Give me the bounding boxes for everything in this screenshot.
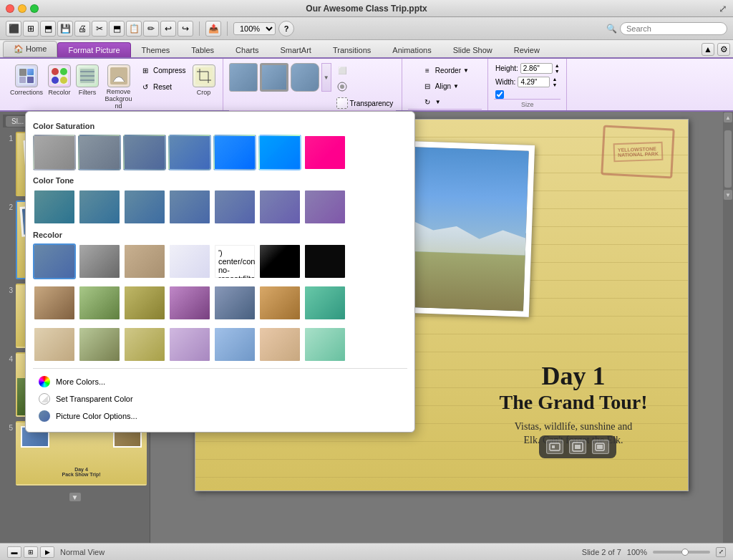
tab-animations[interactable]: Animations — [382, 42, 442, 57]
width-input[interactable] — [518, 77, 550, 87]
recolor-swatch-purple[interactable] — [168, 285, 211, 321]
remove-background-button[interactable]: Remove Background — [102, 63, 135, 112]
toolbar-icon-undo[interactable]: ↩ — [160, 21, 176, 37]
recolor-swatch-tan[interactable] — [33, 327, 76, 362]
tab-charts[interactable]: Charts — [225, 42, 269, 57]
toolbar-icon-scissors[interactable]: ✂ — [92, 21, 107, 37]
set-transparent-item[interactable]: Set Transparent Color — [33, 390, 407, 407]
tone-swatch-5[interactable] — [213, 189, 256, 225]
search-input[interactable] — [620, 22, 727, 35]
corrections-button[interactable]: Corrections — [9, 63, 44, 97]
toolbar-icon-send[interactable]: 📤 — [205, 21, 221, 37]
height-stepper[interactable]: ▲ ▼ — [555, 63, 560, 74]
crop-button[interactable]: Crop — [191, 63, 217, 97]
ribbon-options-btn[interactable]: ⚙ — [717, 43, 730, 56]
tab-themes[interactable]: Themes — [131, 42, 181, 57]
recolor-swatch-sepia[interactable] — [123, 243, 166, 279]
toolbar-icon-pen[interactable]: ✏ — [143, 21, 159, 37]
tone-swatch-3[interactable] — [123, 189, 166, 225]
recolor-swatch-dark2[interactable] — [304, 243, 346, 279]
tone-swatch-6[interactable] — [258, 189, 301, 225]
scroll-down-button[interactable]: ▼ — [3, 493, 147, 501]
recolor-swatch-outline[interactable]: ') center/contain no-repeat;filter:grays… — [213, 243, 256, 279]
sat-swatch-4[interactable] — [168, 135, 211, 170]
reset-button[interactable]: ↺ Reset — [137, 79, 189, 94]
picture-border-button[interactable]: ⬜ — [334, 63, 397, 77]
tone-swatch-4[interactable] — [168, 189, 211, 225]
picture-color-options-item[interactable]: Picture Color Options... — [33, 407, 407, 425]
maximize-button[interactable] — [30, 4, 39, 13]
width-stepper[interactable]: ▲ ▼ — [552, 77, 557, 87]
float-tool-3[interactable] — [592, 440, 609, 454]
recolor-swatch-teal[interactable] — [304, 285, 346, 321]
recolor-swatch-bw[interactable] — [78, 243, 121, 279]
lock-aspect-checkbox[interactable] — [495, 90, 504, 99]
recolor-swatch-khaki[interactable] — [123, 327, 166, 362]
sat-swatch-5[interactable] — [213, 135, 256, 170]
align-button[interactable]: ⊟ Align ▼ — [419, 79, 472, 93]
toolbar-icon-redo[interactable]: ↪ — [178, 21, 193, 37]
tone-swatch-2[interactable] — [78, 189, 121, 225]
width-down[interactable]: ▼ — [552, 82, 557, 87]
recolor-button[interactable]: Recolor — [47, 63, 72, 97]
window-zoom-button[interactable]: ⤢ — [719, 3, 727, 14]
toolbar-icon-copy[interactable]: ⬒ — [109, 21, 125, 37]
zoom-thumb[interactable] — [681, 549, 689, 556]
sat-swatch-3[interactable] — [123, 135, 166, 170]
compress-button[interactable]: ⊞ Compress — [137, 63, 189, 77]
more-colors-item[interactable]: More Colors... — [33, 373, 407, 390]
pic-style-3[interactable] — [291, 63, 319, 92]
recolor-swatch-brown[interactable] — [33, 285, 76, 321]
vertical-scrollbar[interactable]: ▲ ▼ — [723, 112, 733, 543]
recolor-swatch-mint[interactable] — [304, 327, 346, 362]
toolbar-icon-1[interactable]: ⬛ — [6, 21, 21, 37]
tone-swatch-1[interactable] — [33, 189, 76, 225]
tab-slideshow[interactable]: Slide Show — [442, 42, 503, 57]
grid-view-btn[interactable]: ⊞ — [24, 546, 38, 558]
recolor-swatch-1[interactable] — [33, 243, 76, 279]
recolor-swatch-steel[interactable] — [213, 285, 256, 321]
fullscreen-button[interactable]: ⤢ — [716, 547, 726, 557]
scroll-down-arrow[interactable]: ▼ — [724, 190, 732, 200]
tab-format-picture[interactable]: Format Picture — [57, 42, 130, 57]
float-tool-1[interactable] — [546, 440, 563, 454]
reorder-button[interactable]: ≡ Reorder ▼ — [419, 63, 472, 77]
toolbar-icon-paste[interactable]: 📋 — [126, 21, 142, 37]
recolor-swatch-sky[interactable] — [213, 327, 256, 362]
close-button[interactable] — [6, 4, 14, 13]
presenter-view-btn[interactable]: ▶ — [40, 546, 54, 558]
tab-transitions[interactable]: Transitions — [322, 42, 382, 57]
sat-swatch-2[interactable] — [78, 135, 121, 170]
zoom-select[interactable]: 100% — [233, 22, 276, 35]
scroll-up-arrow[interactable]: ▲ — [724, 112, 732, 122]
tab-smartart[interactable]: SmartArt — [270, 42, 322, 57]
minimize-button[interactable] — [18, 4, 26, 13]
filters-button[interactable]: Filters — [74, 63, 100, 97]
recolor-swatch-green[interactable] — [78, 285, 121, 321]
normal-view-btn[interactable]: ▬ — [7, 546, 21, 558]
picture-styles-arrow[interactable]: ▼ — [321, 63, 331, 92]
height-input[interactable] — [520, 63, 553, 74]
toolbar-icon-4[interactable]: 💾 — [57, 21, 73, 37]
picture-effects-button[interactable] — [334, 79, 397, 94]
help-button[interactable]: ? — [278, 21, 294, 37]
recolor-swatch-dark1[interactable] — [258, 243, 301, 279]
recolor-swatch-moss[interactable] — [78, 327, 121, 362]
sat-swatch-6[interactable] — [258, 135, 301, 170]
toolbar-icon-5[interactable]: 🖨 — [74, 21, 90, 37]
pic-style-1[interactable] — [229, 63, 258, 92]
sat-swatch-7[interactable] — [304, 135, 346, 170]
transparency-button[interactable]: Transparency — [334, 96, 397, 110]
recolor-swatch-peach[interactable] — [258, 327, 301, 362]
toolbar-icon-3[interactable]: ⬒ — [40, 21, 56, 37]
width-up[interactable]: ▲ — [552, 77, 557, 82]
tab-review[interactable]: Review — [503, 42, 550, 57]
sat-swatch-1[interactable] — [33, 135, 76, 170]
float-tool-2[interactable] — [569, 440, 586, 454]
height-up[interactable]: ▲ — [555, 63, 560, 68]
pic-style-2[interactable] — [260, 63, 288, 92]
toolbar-icon-2[interactable]: ⊞ — [23, 21, 39, 37]
tab-home[interactable]: 🏠 Home — [3, 41, 57, 57]
zoom-slider[interactable] — [653, 551, 710, 554]
ribbon-collapse-btn[interactable]: ▲ — [702, 43, 714, 56]
